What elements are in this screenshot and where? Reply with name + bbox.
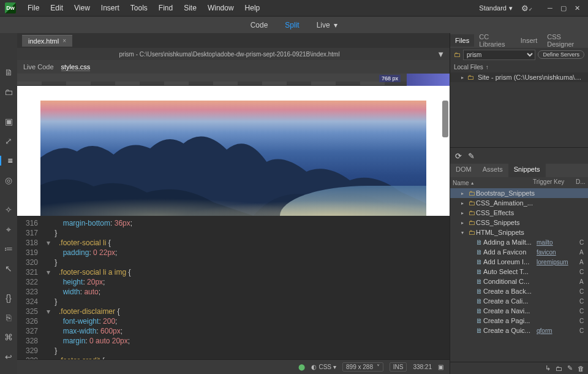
snippet-folder[interactable]: ▸🗀CSS_Effects bbox=[450, 208, 588, 218]
link-icon[interactable]: ⎘ bbox=[4, 313, 13, 322]
close-icon[interactable]: × bbox=[62, 37, 66, 44]
filter-icon[interactable]: ▼ bbox=[437, 50, 445, 59]
app-logo: Dw bbox=[5, 2, 16, 13]
files-panel: Files CC Libraries Insert CSS Designer 🗀… bbox=[450, 33, 588, 147]
status-bar: ⬤ ◐ CSS ▾ 899 x 288 ˅ INS 338:21 ▣ bbox=[17, 359, 450, 374]
wand-icon[interactable]: ✧ bbox=[4, 205, 13, 215]
folder-icon: 🗀 bbox=[454, 51, 461, 58]
edit-icon[interactable]: ✎ bbox=[567, 364, 573, 372]
code-editor[interactable]: 316 317 318 319 320 321 322 323 324 325 … bbox=[17, 216, 450, 359]
new-snippet-icon[interactable]: ✎ bbox=[468, 151, 475, 161]
snippet-folder[interactable]: ▸🗀CSS_Animation_... bbox=[450, 198, 588, 208]
view-live[interactable]: Live ▾ bbox=[309, 18, 345, 32]
menu-file[interactable]: File bbox=[22, 1, 45, 15]
tab-snippets[interactable]: Snippets bbox=[508, 164, 546, 177]
document-path: prism - C:\Users\nishkuma\Desktop\adobe-… bbox=[119, 51, 339, 58]
snippet-item[interactable]: 🗎Create a Navi...C bbox=[450, 306, 588, 316]
live-preview[interactable] bbox=[17, 86, 450, 216]
file-icon[interactable]: 🗎 bbox=[4, 67, 13, 77]
snippet-item[interactable]: 🗎Create a Cali...C bbox=[450, 296, 588, 306]
local-files-header[interactable]: Local Files ↑ bbox=[450, 61, 588, 72]
manage-icon[interactable]: 🗀 bbox=[4, 87, 13, 97]
menu-bar: Dw File Edit View Insert Tools Find Site… bbox=[0, 0, 588, 16]
snippet-folder[interactable]: ▸🗀Bootstrap_Snippets bbox=[450, 188, 588, 198]
sync-ok-icon[interactable]: ⬤ bbox=[298, 364, 305, 370]
wrap-icon[interactable]: ↩ bbox=[4, 352, 13, 362]
workspace-dropdown[interactable]: Standard ▾ bbox=[475, 3, 516, 13]
folder-icon: 🗀 bbox=[467, 74, 474, 81]
line-icon[interactable]: ≡ bbox=[0, 156, 17, 166]
tab-dom[interactable]: DOM bbox=[450, 164, 477, 177]
snippet-item[interactable]: 🗎Create a Pagi...C bbox=[450, 316, 588, 326]
new-folder-icon[interactable]: 🗀 bbox=[556, 365, 562, 372]
view-split[interactable]: Split bbox=[277, 18, 306, 32]
viewport-size[interactable]: 899 x 288 ˅ bbox=[342, 362, 383, 372]
insert-snippet-icon[interactable]: ↳ bbox=[545, 364, 551, 372]
file-tab[interactable]: index.html× bbox=[22, 35, 72, 47]
menu-insert[interactable]: Insert bbox=[96, 1, 125, 15]
menu-view[interactable]: View bbox=[69, 1, 96, 15]
document-path-bar: prism - C:\Users\nishkuma\Desktop\adobe-… bbox=[17, 48, 450, 60]
format-icon[interactable]: ≔ bbox=[4, 244, 13, 254]
related-files-bar: Live Code styles.css bbox=[17, 60, 450, 74]
tab-files[interactable]: Files bbox=[450, 34, 474, 47]
live-code-toggle[interactable]: Live Code bbox=[23, 63, 54, 71]
snippets-footer: ↳ 🗀 ✎ 🗑 bbox=[450, 362, 588, 374]
view-switcher: Code Split Live ▾ bbox=[0, 16, 588, 33]
view-code[interactable]: Code bbox=[243, 18, 276, 32]
snippet-item[interactable]: 🗎Create a Back...C bbox=[450, 286, 588, 296]
snippet-folder[interactable]: ▾🗀HTML_Snippets bbox=[450, 227, 588, 237]
pointer-icon[interactable]: ↖ bbox=[4, 264, 13, 273]
tab-cc-libraries[interactable]: CC Libraries bbox=[474, 33, 516, 50]
tab-insert[interactable]: Insert bbox=[516, 34, 543, 47]
snippet-item[interactable]: 🗎Add Loreum I...loremipsumA bbox=[450, 257, 588, 267]
maximize-button[interactable]: ▢ bbox=[557, 3, 570, 13]
define-servers-button[interactable]: Define Servers bbox=[538, 50, 584, 59]
tab-css-designer[interactable]: CSS Designer bbox=[542, 33, 588, 50]
snippet-folder[interactable]: ▸🗀CSS_Snippets bbox=[450, 218, 588, 227]
snippet-item[interactable]: 🗎Auto Select T...C bbox=[450, 267, 588, 277]
close-button[interactable]: ✕ bbox=[571, 3, 583, 13]
inspect-icon[interactable]: ⌖ bbox=[4, 224, 13, 234]
left-toolbar: 🗎 🗀 ▣ ⤢ ≡ ◎ ✧ ⌖ ≔ ↖ {} ⎘ ⌘ ↩ ✶ ▤ ⟳ ⋯ bbox=[0, 33, 17, 374]
related-file[interactable]: styles.css bbox=[61, 63, 91, 71]
css-indicator[interactable]: ◐ CSS ▾ bbox=[311, 364, 336, 370]
target-icon[interactable]: ◎ bbox=[4, 175, 13, 185]
tab-assets[interactable]: Assets bbox=[477, 164, 508, 177]
menu-help[interactable]: Help bbox=[239, 1, 266, 15]
breakpoint-marker[interactable]: 768 px bbox=[379, 75, 401, 82]
minimize-button[interactable]: ─ bbox=[544, 3, 556, 13]
delete-icon[interactable]: 🗑 bbox=[578, 365, 584, 372]
expand-icon[interactable]: ⤢ bbox=[4, 136, 13, 146]
device-preview-icon[interactable]: ▣ bbox=[438, 364, 443, 370]
ruler: 768 px bbox=[17, 74, 450, 86]
site-dropdown[interactable]: prism bbox=[463, 50, 535, 60]
snippet-item[interactable]: 🗎Conditional C...A bbox=[450, 277, 588, 286]
braces-icon[interactable]: {} bbox=[4, 293, 13, 303]
right-panels: Files CC Libraries Insert CSS Designer 🗀… bbox=[450, 33, 588, 374]
snippet-item[interactable]: 🗎Create a Quic...qformC bbox=[450, 326, 588, 335]
menu-edit[interactable]: Edit bbox=[45, 1, 69, 15]
cursor-position: 338:21 bbox=[413, 364, 432, 370]
hero-image bbox=[40, 101, 426, 216]
refresh-icon[interactable]: ⟳ bbox=[455, 151, 462, 161]
site-root-row[interactable]: ▸ 🗀 Site - prism (C:\Users\nishkuma\Desk… bbox=[450, 72, 588, 82]
document-area: index.html× prism - C:\Users\nishkuma\De… bbox=[17, 33, 450, 374]
tab-bar: index.html× bbox=[17, 33, 450, 48]
dom-icon[interactable]: ▣ bbox=[4, 116, 13, 126]
scrollbar-thumb[interactable] bbox=[442, 101, 448, 137]
insert-mode[interactable]: INS bbox=[390, 362, 407, 372]
snippet-item[interactable]: 🗎Add a FaviconfaviconA bbox=[450, 247, 588, 257]
menu-find[interactable]: Find bbox=[153, 1, 178, 15]
snippet-item[interactable]: 🗎Adding a Mailt...mailtoC bbox=[450, 237, 588, 247]
sync-settings-icon[interactable]: ⚙✓ bbox=[521, 4, 533, 13]
menu-window[interactable]: Window bbox=[202, 1, 239, 15]
menu-site[interactable]: Site bbox=[178, 1, 202, 15]
comment-icon[interactable]: ⌘ bbox=[4, 332, 13, 342]
snippets-panel: ⟳ ✎ DOM Assets Snippets Name ▲ Trigger K… bbox=[450, 147, 588, 374]
menu-tools[interactable]: Tools bbox=[125, 1, 153, 15]
